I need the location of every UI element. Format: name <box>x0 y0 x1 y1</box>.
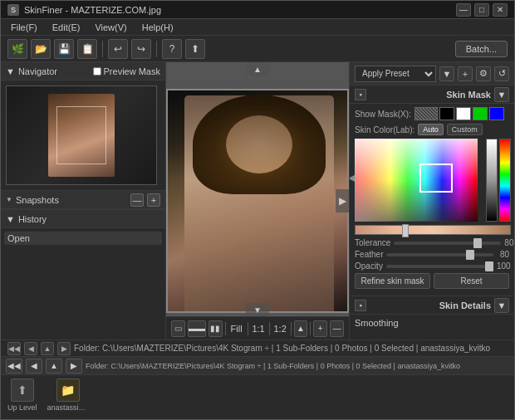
view-side-btn[interactable]: ▮▮ <box>208 320 223 337</box>
tb-sep1 <box>225 322 226 335</box>
opacity-label: Opacity <box>355 261 383 271</box>
hue-slider-vert[interactable] <box>499 139 511 222</box>
skin-mask-title: Skin Mask <box>370 90 491 100</box>
file-browser-back-btn[interactable]: ◀◀ <box>6 359 22 374</box>
view-dual-btn[interactable]: ▬▬ <box>188 320 206 337</box>
toolbar-save-btn[interactable]: 💾 <box>54 39 74 59</box>
skin-color-row: Skin Color(Lab): Auto Custom <box>355 124 509 135</box>
toolbar-undo-btn[interactable]: ↩ <box>108 39 128 59</box>
show-mask-row: Show Mask(X): <box>355 107 509 120</box>
folder-icon: 📁 <box>56 378 80 402</box>
menu-view[interactable]: View(V) <box>88 21 133 34</box>
zoom-in-btn[interactable]: + <box>313 320 327 337</box>
close-button[interactable]: ✕ <box>493 3 508 17</box>
top-arrow[interactable]: ▲ <box>246 62 269 76</box>
apply-preset-select[interactable]: Apply Preset <box>355 66 436 82</box>
status-next-btn[interactable]: ▶ <box>57 342 71 355</box>
skin-details-menu-btn[interactable]: ▼ <box>494 298 509 313</box>
navigator-thumb-inner <box>7 86 156 184</box>
navigator-header[interactable]: ▼ Navigator Preview Mask <box>1 62 165 81</box>
file-browser-up-btn[interactable]: ▲ <box>46 359 62 374</box>
skin-mask-toggle[interactable]: ▪ <box>355 89 366 100</box>
action-buttons-row: Refine skin mask Reset <box>355 273 509 289</box>
title-bar-controls: — □ ✕ <box>456 3 508 17</box>
history-section: ▼ History Open <box>1 210 165 339</box>
skin-mask-header[interactable]: ▪ Skin Mask ▼ <box>350 85 514 104</box>
skin-details-toggle[interactable]: ▪ <box>355 300 366 311</box>
toolbar-export-btn[interactable]: ⬆ <box>185 39 205 59</box>
left-panel: ▼ Navigator Preview Mask <box>1 62 166 339</box>
file-browser-next-btn[interactable]: ▶ <box>66 359 82 374</box>
skin-details-header[interactable]: ▪ Skin Details ▼ <box>350 296 514 315</box>
toolbar-separator2 <box>156 41 157 57</box>
toolbar-open-btn[interactable]: 📂 <box>31 39 51 59</box>
history-header[interactable]: ▼ History <box>1 210 165 228</box>
menu-file[interactable]: File(F) <box>4 21 44 34</box>
zoom-up-btn[interactable]: ▲ <box>294 320 308 337</box>
preset-plus-btn[interactable]: + <box>458 66 473 81</box>
status-up-btn[interactable]: ▲ <box>41 342 54 355</box>
tb-sep3 <box>269 322 270 335</box>
show-mask-icon-swatch[interactable] <box>414 107 438 120</box>
file-item-folder[interactable]: 📁 anastassiya_kvit <box>47 378 89 412</box>
navigator-triangle: ▼ <box>6 66 15 76</box>
reset-btn[interactable]: Reset <box>434 273 509 289</box>
skin-mask-menu-btn[interactable]: ▼ <box>494 87 509 102</box>
history-item-open[interactable]: Open <box>4 232 162 245</box>
zoom-out-btn[interactable]: — <box>330 320 344 337</box>
ratio-1-1[interactable]: 1:1 <box>250 324 266 334</box>
show-mask-swatches <box>414 107 504 120</box>
toolbar-help-btn[interactable]: ? <box>162 39 182 59</box>
preview-mask-checkbox[interactable] <box>93 67 101 76</box>
toolbar-leaf-icon[interactable]: 🌿 <box>7 39 27 59</box>
toolbar-save-as-btn[interactable]: 📋 <box>77 39 97 59</box>
preset-dropdown-btn[interactable]: ▼ <box>439 66 454 81</box>
snapshots-header[interactable]: ▼ Snapshots — + <box>1 191 165 209</box>
ratio-1-2[interactable]: 1:2 <box>272 324 287 334</box>
skin-tone-bar[interactable] <box>355 225 511 235</box>
skin-auto-btn[interactable]: Auto <box>418 124 444 135</box>
menu-bar: File(F) Edit(E) View(V) Help(H) <box>1 19 514 36</box>
maximize-button[interactable]: □ <box>474 3 489 17</box>
refine-btn[interactable]: Refine skin mask <box>355 273 430 289</box>
opacity-row: Opacity 100 <box>355 261 509 271</box>
view-single-btn[interactable]: ▭ <box>171 320 185 337</box>
preset-gear-btn[interactable]: ⚙ <box>476 66 491 81</box>
file-browser-prev-btn[interactable]: ◀ <box>26 359 42 374</box>
snapshots-plus-btn[interactable]: + <box>147 193 160 207</box>
snapshots-label: Snapshots <box>16 195 59 205</box>
snapshots-minus-btn[interactable]: — <box>130 193 144 207</box>
skin-color-label: Skin Color(Lab): <box>355 125 414 134</box>
menu-help[interactable]: Help(H) <box>135 21 180 34</box>
right-arrow[interactable]: ▶ <box>336 189 349 212</box>
lightness-slider-vert[interactable] <box>486 139 498 222</box>
color-picker-area[interactable]: ◀ <box>355 139 511 222</box>
swatch-black[interactable] <box>439 107 454 120</box>
preset-refresh-btn[interactable]: ↺ <box>494 66 509 81</box>
swatch-green[interactable] <box>473 107 488 120</box>
status-back-btn[interactable]: ◀◀ <box>7 342 21 355</box>
center-panel: ▲ ◀ ▶ ▼ ▭ ▬▬ ▮▮ Fill 1:1 1:2 ▲ + <box>166 62 349 339</box>
batch-button[interactable]: Batch... <box>455 41 508 57</box>
minimize-button[interactable]: — <box>456 3 471 17</box>
tolerance-slider[interactable] <box>394 242 501 245</box>
opacity-slider[interactable] <box>386 265 493 268</box>
file-item-uplevel[interactable]: ⬆ Up Level <box>7 378 37 412</box>
tolerance-row: Tolerance 80 <box>355 238 509 247</box>
history-label: History <box>18 214 47 224</box>
feather-slider[interactable] <box>386 253 493 256</box>
file-browser-path: Folder: C:\Users\MAZTERIZE\Pictures\4K S… <box>86 362 509 370</box>
center-bottom-toolbar: ▭ ▬▬ ▮▮ Fill 1:1 1:2 ▲ + — <box>166 316 349 339</box>
tolerance-value: 80 <box>504 238 513 247</box>
menu-edit[interactable]: Edit(E) <box>46 21 87 34</box>
bottom-arrow[interactable]: ▼ <box>246 303 269 316</box>
tolerance-label: Tolerance <box>355 238 390 247</box>
toolbar-redo-btn[interactable]: ↪ <box>131 39 151 59</box>
fill-label: Fill <box>228 324 245 334</box>
show-mask-label: Show Mask(X): <box>355 110 411 119</box>
swatch-white[interactable] <box>456 107 471 120</box>
status-prev-btn[interactable]: ◀ <box>24 342 37 355</box>
skin-custom-btn[interactable]: Custom <box>447 124 483 135</box>
skin-tone-handle[interactable] <box>402 224 409 237</box>
swatch-blue[interactable] <box>489 107 504 120</box>
